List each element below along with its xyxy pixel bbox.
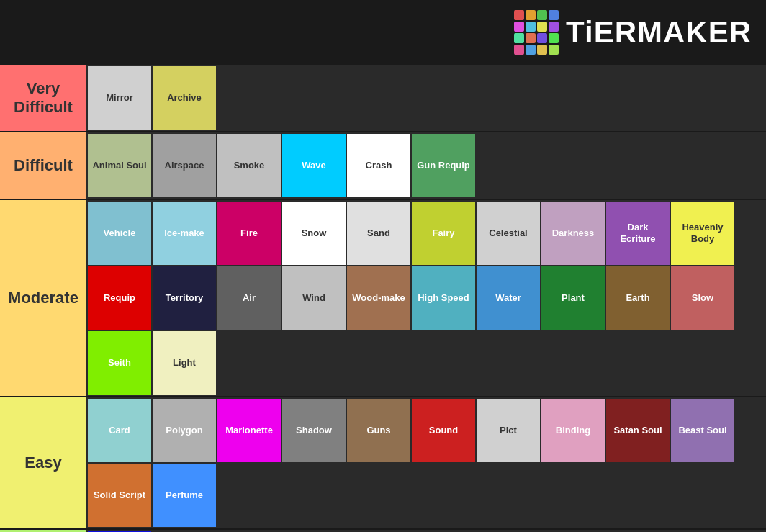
logo-cell [549,45,559,55]
tier-item[interactable]: Binding [541,399,605,462]
tier-item[interactable]: Earth [606,266,670,330]
tier-item[interactable]: High Speed [412,266,475,330]
tier-item[interactable]: Archive [153,66,216,130]
logo-cell [549,33,559,43]
tier-item[interactable]: Dark Ecriture [606,202,670,265]
tier-row-easy: Easy CardPolygonMarionetteShadowGunsSoun… [0,397,766,530]
logo-cell [537,33,547,43]
tier-item[interactable]: Darkness [541,202,605,265]
tier-item[interactable]: Territory [153,266,216,330]
logo-grid [514,10,559,55]
tier-label-moderate: Moderate [0,200,86,396]
logo-cell [537,45,547,55]
logo-cell [514,33,524,43]
logo-cell [514,45,524,55]
tier-item[interactable]: Guns [347,399,410,462]
logo-cell [514,10,524,20]
tier-items-very-difficult: MirrorArchive [86,65,766,131]
logo-cell [526,22,536,32]
logo-cell [537,10,547,20]
logo-cell [537,22,547,32]
tier-item[interactable]: Gun Requip [412,134,475,197]
tier-item[interactable]: Marionette [217,399,281,462]
tier-item[interactable]: Sand [347,202,410,265]
tier-item[interactable]: Snow [282,202,346,265]
tier-item[interactable]: Wind [282,266,346,330]
tier-item[interactable]: Ice-make [153,202,216,265]
tier-item[interactable]: Wood-make [347,266,410,330]
header: TiERMAKER [0,0,766,65]
logo-cell [549,10,559,20]
tier-label-difficult: Difficult [0,132,86,199]
tier-item[interactable]: Seith [88,331,151,395]
tier-items-difficult: Animal SoulAirspaceSmokeWaveCrashGun Req… [86,132,766,199]
tier-item[interactable]: Airspace [153,134,216,197]
tier-item[interactable]: Crash [347,134,410,197]
tier-item[interactable]: Air [217,266,281,330]
tier-item[interactable]: Animal Soul [88,134,151,197]
tier-item[interactable]: Polygon [153,399,216,462]
tier-item[interactable]: Satan Soul [606,399,670,462]
tier-item[interactable]: Beast Soul [671,399,734,462]
tier-item[interactable]: Celestial [477,202,540,265]
app-container: TiERMAKER Very Difficult MirrorArchive D… [0,0,766,532]
tier-label-very-difficult: Very Difficult [0,65,86,131]
tier-item[interactable]: Water [477,266,540,330]
tier-item[interactable]: Smoke [217,134,281,197]
tier-item[interactable]: Shadow [282,399,346,462]
tier-item[interactable]: Light [153,331,216,395]
tier-item[interactable]: Heavenly Body [671,202,734,265]
logo-cell [514,22,524,32]
tier-item[interactable]: Solid Script [88,464,151,527]
tier-item[interactable]: Perfume [153,464,216,527]
tier-item[interactable]: Wave [282,134,346,197]
tier-row-moderate: Moderate VehicleIce-makeFireSnowSandFair… [0,200,766,397]
tier-item[interactable]: Plant [541,266,605,330]
tier-item[interactable]: Requip [88,266,151,330]
tier-item[interactable]: Fire [217,202,281,265]
logo-cell [526,45,536,55]
tier-items-easy: CardPolygonMarionetteShadowGunsSoundPict… [86,397,766,528]
tier-item[interactable]: Card [88,399,151,462]
tier-row-very-difficult: Very Difficult MirrorArchive [0,65,766,132]
logo: TiERMAKER [514,10,752,55]
logo-text: TiERMAKER [566,15,752,50]
tier-item[interactable]: Fairy [412,202,475,265]
tier-item[interactable]: Slow [671,266,734,330]
logo-cell [526,10,536,20]
tier-items-moderate: VehicleIce-makeFireSnowSandFairyCelestia… [86,200,766,396]
tier-label-easy: Easy [0,397,86,528]
logo-cell [526,33,536,43]
tier-item[interactable]: Mirror [88,66,151,130]
tier-item[interactable]: Pict [477,399,540,462]
tier-item[interactable]: Sound [412,399,475,462]
tier-item[interactable]: Vehicle [88,202,151,265]
logo-cell [549,22,559,32]
tier-row-difficult: Difficult Animal SoulAirspaceSmokeWaveCr… [0,132,766,200]
